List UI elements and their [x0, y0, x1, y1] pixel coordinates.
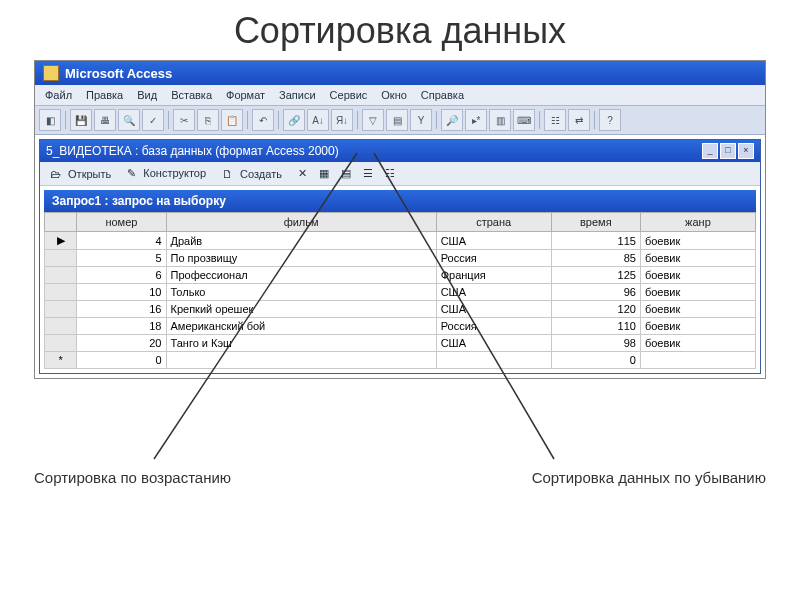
menu-window[interactable]: Окно	[375, 87, 413, 103]
toolbar-sep	[247, 111, 248, 129]
help-icon[interactable]: ?	[599, 109, 621, 131]
sort-desc-icon[interactable]: Я↓	[331, 109, 353, 131]
svg-line-1	[374, 153, 554, 459]
cut-icon[interactable]: ✂	[173, 109, 195, 131]
rel-icon[interactable]: ⇄	[568, 109, 590, 131]
filter-toggle-icon[interactable]: Y	[410, 109, 432, 131]
toolbar-sep	[65, 111, 66, 129]
menu-view[interactable]: Вид	[131, 87, 163, 103]
toolbar-sep	[168, 111, 169, 129]
callout-labels: Сортировка по возрастанию Сортировка дан…	[34, 469, 766, 486]
menu-file[interactable]: Файл	[39, 87, 78, 103]
menu-format[interactable]: Формат	[220, 87, 271, 103]
view-icon[interactable]: ◧	[39, 109, 61, 131]
slide-title: Сортировка данных	[0, 0, 800, 60]
toolbar-sep	[539, 111, 540, 129]
toolbar-sep	[594, 111, 595, 129]
main-toolbar: ◧ 💾 🖶 🔍 ✓ ✂ ⎘ 📋 ↶ 🔗 A↓ Я↓ ▽ ▤ Y 🔎 ▸* ▥ ⌨…	[35, 106, 765, 135]
label-sort-desc: Сортировка данных по убыванию	[532, 469, 766, 486]
link-icon[interactable]: 🔗	[283, 109, 305, 131]
code-icon[interactable]: ⌨	[513, 109, 535, 131]
toolbar-sep	[436, 111, 437, 129]
menu-tools[interactable]: Сервис	[324, 87, 374, 103]
sort-asc-icon[interactable]: A↓	[307, 109, 329, 131]
menu-records[interactable]: Записи	[273, 87, 322, 103]
filter-sel-icon[interactable]: ▽	[362, 109, 384, 131]
undo-icon[interactable]: ↶	[252, 109, 274, 131]
label-sort-asc: Сортировка по возрастанию	[34, 469, 231, 486]
preview-icon[interactable]: 🔍	[118, 109, 140, 131]
toolbar-sep	[278, 111, 279, 129]
menu-edit[interactable]: Правка	[80, 87, 129, 103]
copy-icon[interactable]: ⎘	[197, 109, 219, 131]
access-key-icon	[43, 65, 59, 81]
props-icon[interactable]: ☷	[544, 109, 566, 131]
find-icon[interactable]: 🔎	[441, 109, 463, 131]
menu-insert[interactable]: Вставка	[165, 87, 218, 103]
toolbar-sep	[357, 111, 358, 129]
menu-help[interactable]: Справка	[415, 87, 470, 103]
save-icon[interactable]: 💾	[70, 109, 92, 131]
app-titlebar: Microsoft Access	[35, 61, 765, 85]
paste-icon[interactable]: 📋	[221, 109, 243, 131]
menu-bar: Файл Правка Вид Вставка Формат Записи Се…	[35, 85, 765, 106]
filter-form-icon[interactable]: ▤	[386, 109, 408, 131]
dbwin-icon[interactable]: ▥	[489, 109, 511, 131]
print-icon[interactable]: 🖶	[94, 109, 116, 131]
app-title: Microsoft Access	[65, 66, 172, 81]
svg-line-0	[154, 153, 357, 459]
new-icon[interactable]: ▸*	[465, 109, 487, 131]
spell-icon[interactable]: ✓	[142, 109, 164, 131]
